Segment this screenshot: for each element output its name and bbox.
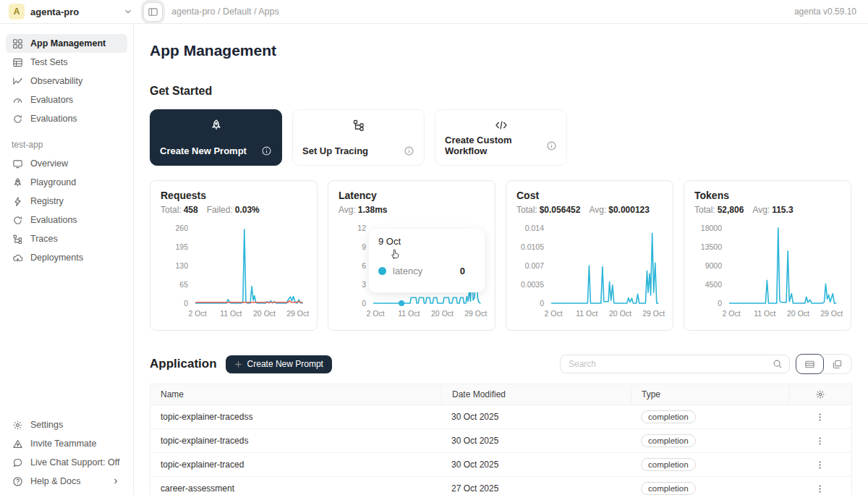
create-new-prompt-button[interactable]: Create New Prompt [226,355,332,373]
view-toggle [796,354,852,374]
application-title: Application [150,357,217,371]
info-icon[interactable] [261,145,272,156]
cost-chart: 0.0140.01050.0070.003502 Oct11 Oct20 Oct… [516,221,663,326]
kebab-menu-icon[interactable] [815,460,825,470]
sidebar-item-help-docs[interactable]: Help & Docs [6,472,127,491]
svg-text:11 Oct: 11 Oct [754,309,775,318]
chevron-right-icon [110,477,122,486]
app-date-modified: 27 Oct 2025 [441,483,631,494]
workspace-name: agenta-pro [30,7,117,17]
sidebar-item-label: Registry [30,196,64,206]
app-name: topic-explainer-tracedss [150,412,441,422]
create-custom-workflow-card[interactable]: Create Custom Workflow [435,109,567,166]
refresh-circle-icon [12,114,23,124]
series-dot [378,267,386,275]
table-settings-gear-icon[interactable] [815,389,825,399]
sidebar-item-label: Invite Teammate [30,439,96,449]
kebab-menu-icon[interactable] [815,484,825,494]
sidebar-item-label: Deployments [30,253,83,263]
sidebar-item-traces[interactable]: Traces [6,229,127,248]
sidebar-item-invite-teammate[interactable]: Invite Teammate [6,434,127,453]
invite-icon [12,439,23,449]
table-view-button[interactable] [796,354,824,374]
sidebar-item-overview[interactable]: Overview [6,154,127,173]
create-new-prompt-card[interactable]: Create New Prompt [150,109,282,166]
sidebar-item-playground[interactable]: Playground [6,173,127,192]
sidebar-item-evaluations[interactable]: Evaluations [6,109,127,128]
tracing-tree-icon [302,119,414,132]
sidebar-item-app-evaluations[interactable]: Evaluations [6,211,127,229]
sidebar-item-label: Help & Docs [30,476,80,486]
workspace-selector[interactable]: A agenta-pro [9,4,133,20]
table-header: Name Date Modified Type [150,384,851,405]
info-icon[interactable] [404,145,414,156]
sidebar-item-app-management[interactable]: App Management [6,34,127,53]
app-date-modified: 30 Oct 2025 [441,436,631,446]
svg-text:2 Oct: 2 Oct [189,309,207,318]
svg-text:9000: 9000 [705,261,723,270]
svg-text:29 Oct: 29 Oct [642,309,665,318]
svg-text:20 Oct: 20 Oct [787,309,809,318]
sidebar-item-test-sets[interactable]: Test Sets [6,53,127,72]
set-up-tracing-card[interactable]: Set Up Tracing [292,109,425,166]
metric-stat: Total:52,806 [694,205,744,215]
card-view-button[interactable] [823,355,851,373]
column-header-name[interactable]: Name [150,384,441,405]
breadcrumb[interactable]: agenta-pro / Default / Apps [171,7,279,17]
main-content: App Management Get Started Create New Pr… [134,24,868,495]
sidebar-item-label: Overview [30,158,68,169]
sidebar-item-deployments[interactable]: Deployments [6,248,127,267]
info-icon[interactable] [546,140,557,151]
metric-title: Latency [339,190,485,201]
metric-title: Tokens [694,190,841,201]
column-header-date-modified[interactable]: Date Modified [441,384,631,405]
sidebar-item-label: Evaluations [30,215,77,225]
get-started-cards: Create New Prompt Set Up Tracing [150,109,852,166]
sidebar-item-label: Test Sets [30,57,67,67]
svg-text:11 Oct: 11 Oct [398,309,420,318]
table-row[interactable]: topic-explainer-tracedss 30 Oct 2025 com… [150,405,851,429]
table-row[interactable]: topic-explainer-traced 30 Oct 2025 compl… [150,453,851,477]
requests-chart: 2601951306502 Oct11 Oct20 Oct29 Oct [161,221,307,326]
card-label: Create Custom Workflow [445,135,540,156]
column-header-type[interactable]: Type [631,384,788,405]
tree-icon [12,234,23,245]
cursor-pointer-icon [389,248,400,263]
gear-icon [12,420,23,431]
sidebar-item-settings[interactable]: Settings [6,415,127,434]
kebab-menu-icon[interactable] [815,412,825,422]
table-row[interactable]: career-assessment 27 Oct 2025 completion [150,477,851,495]
svg-text:65: 65 [179,280,188,289]
sidebar-item-evaluators[interactable]: Evaluators [6,90,127,109]
code-icon [445,119,557,132]
svg-text:0.0105: 0.0105 [521,242,544,251]
svg-text:6: 6 [362,261,366,270]
svg-text:0.014: 0.014 [525,224,544,232]
cloud-up-icon [12,253,23,263]
page-title: App Management [150,41,852,60]
chevron-down-icon [123,7,133,17]
svg-text:0: 0 [718,299,722,308]
metric-stat: Avg:$0.000123 [589,205,650,215]
rocket-icon [160,119,272,132]
svg-text:195: 195 [175,242,188,251]
search-input[interactable] [567,358,773,370]
metric-cards: Requests Total:458 Failed:0.03% 26019513… [150,180,852,331]
app-name: career-assessment [150,483,441,494]
card-view-icon [832,359,843,370]
kebab-menu-icon[interactable] [815,436,825,446]
table-row[interactable]: topic-explainer-traceds 30 Oct 2025 comp… [150,429,851,453]
panel-left-icon [148,7,158,17]
application-header: Application Create New Prompt [150,354,852,374]
app-date-modified: 30 Oct 2025 [441,412,631,422]
search-box [560,355,790,373]
svg-text:20 Oct: 20 Oct [431,309,454,318]
sidebar-toggle-button[interactable] [143,2,163,22]
sidebar-item-live-chat[interactable]: Live Chat Support: Off [6,453,127,472]
sidebar-item-registry[interactable]: Registry [6,192,127,211]
sidebar-item-observability[interactable]: Observability [6,72,127,90]
svg-text:2 Oct: 2 Oct [545,309,563,318]
svg-text:12: 12 [357,224,366,232]
search-icon[interactable] [773,359,783,369]
type-badge: completion [641,434,696,447]
